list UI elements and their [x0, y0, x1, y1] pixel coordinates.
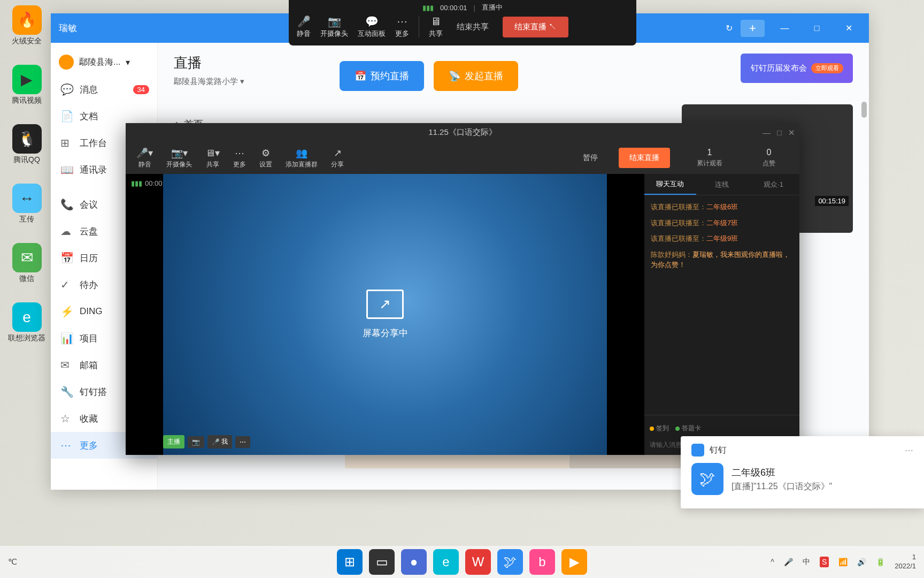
sidebar-item-label: 更多 — [80, 439, 98, 452]
sidebar-item-label: 云盘 — [80, 225, 98, 238]
sidebar-item-label: 日历 — [80, 252, 98, 264]
more-icon[interactable]: ⋯ — [905, 445, 913, 455]
view-stat: 1累计观看 — [683, 148, 736, 168]
desktop-icon-label: 联想浏览器 — [8, 333, 45, 343]
group-icon: 👥 — [296, 147, 307, 159]
taskbar-app[interactable]: W — [465, 549, 491, 575]
minimize-button[interactable]: — — [763, 128, 771, 138]
sidebar-item-label: 收藏 — [80, 413, 98, 425]
taskbar-app[interactable]: e — [433, 549, 459, 575]
desktop-icon[interactable]: ✉微信 — [5, 243, 48, 284]
sidebar-item-messages[interactable]: 💬消息34 — [51, 76, 157, 103]
volume-icon[interactable]: 🔊 — [857, 558, 866, 566]
minimize-button[interactable]: — — [773, 20, 797, 36]
end-live-button[interactable]: 结束直播 ↖ — [503, 17, 568, 37]
tab-online[interactable]: 连线 — [696, 174, 748, 195]
screen-icon: 🖥▾ — [205, 147, 220, 159]
share-out-button[interactable]: ↗分享 — [331, 147, 344, 169]
settings-button[interactable]: ⚙设置 — [259, 147, 272, 169]
weather-widget[interactable]: ℃ — [8, 557, 17, 567]
live-toolbar: 🎤▾静音 📷▾开摄像头 🖥▾共享 ⋯更多 ⚙设置 👥添加直播群 ↗分享 暂停 结… — [126, 142, 799, 174]
share-button[interactable]: 🖥▾共享 — [205, 147, 220, 169]
desktop-icon[interactable]: e联想浏览器 — [5, 302, 48, 343]
cloud-icon: ☁ — [60, 225, 72, 238]
chat-message: 陈歆妤妈妈：夏瑞敏，我来围观你的直播啦，为你点赞！ — [651, 249, 793, 270]
taskbar-app[interactable]: b — [529, 549, 555, 575]
tab-audience[interactable]: 观众·1 — [748, 174, 799, 195]
dots-icon: ⋯ — [235, 147, 244, 159]
signin-tag[interactable]: 签到 — [650, 424, 669, 433]
mic-tray-icon[interactable]: 🎤 — [784, 558, 793, 566]
doc-icon: 📄 — [60, 110, 72, 123]
close-button[interactable]: ✕ — [788, 128, 795, 138]
more-button[interactable]: ⋯更多 — [395, 15, 409, 39]
add-button[interactable]: + — [741, 20, 765, 37]
desktop-icon[interactable]: 🐧腾讯QQ — [5, 124, 48, 165]
pause-button[interactable]: 暂停 — [575, 149, 605, 167]
end-live-button[interactable]: 结束直播 — [619, 148, 670, 168]
live-titlebar: 11.25《口语交际》 — □ ✕ — [126, 123, 799, 142]
ime-icon[interactable]: 中 — [803, 557, 810, 567]
org-name: 鄢陵县海... — [79, 57, 120, 68]
scrollbar[interactable] — [861, 102, 867, 118]
desktop-icon[interactable]: ↔互传 — [5, 184, 48, 224]
tab-chat[interactable]: 聊天互动 — [644, 174, 696, 195]
mute-button[interactable]: 🎤静音 — [297, 15, 311, 39]
calendar-icon: 📅 — [355, 70, 366, 82]
chat-messages: 该直播已联播至：二年级6班 该直播已联播至：二年级7班 该直播已联播至：二年级9… — [644, 195, 799, 415]
live-stream-window: 11.25《口语交际》 — □ ✕ 🎤▾静音 📷▾开摄像头 🖥▾共享 ⋯更多 ⚙… — [126, 123, 799, 455]
toast-avatar: 🕊 — [691, 463, 723, 495]
close-button[interactable]: ✕ — [837, 20, 861, 36]
stream-timer: 00:00:01 — [440, 4, 467, 12]
star-icon: ☆ — [60, 412, 72, 425]
camera-icon: 📷▾ — [171, 147, 188, 159]
chat-message: 该直播已联播至：二年级9班 — [651, 233, 793, 244]
history-icon[interactable]: ↻ — [726, 23, 733, 33]
wifi-icon[interactable]: 📶 — [838, 558, 848, 566]
start-button[interactable]: ⊞ — [337, 549, 363, 575]
wrench-icon: 🔧 — [60, 385, 72, 398]
tray-expand-icon[interactable]: ^ — [771, 558, 774, 566]
app-icon — [691, 444, 704, 457]
interact-button[interactable]: 💬互动面板 — [358, 15, 386, 39]
cam-badge: 📷 — [188, 436, 204, 448]
promo-banner[interactable]: 钉钉历届发布会立即观看 — [741, 54, 853, 83]
camera-icon: 📷 — [328, 15, 341, 28]
mute-button[interactable]: 🎤▾静音 — [136, 147, 153, 169]
desktop-icon-label: 腾讯视频 — [12, 96, 42, 105]
chat-panel: 聊天互动 连线 观众·1 该直播已联播至：二年级6班 该直播已联播至：二年级7班… — [644, 174, 799, 455]
share-status-text: 屏幕分享中 — [363, 327, 408, 339]
answer-tag[interactable]: 答题卡 — [675, 424, 701, 433]
camera-button[interactable]: 📷▾开摄像头 — [166, 147, 192, 169]
more-button[interactable]: ⋯更多 — [233, 147, 246, 169]
like-stat: 0点赞 — [749, 148, 789, 168]
maximize-button[interactable]: □ — [777, 128, 782, 138]
notification-toast[interactable]: 钉钉 ⋯ 🕊 二年级6班 [直播]"11.25《口语交际》" — [681, 436, 924, 508]
maximize-button[interactable]: □ — [805, 20, 829, 36]
taskbar-app[interactable]: 🕊 — [497, 549, 523, 575]
more-badge[interactable]: ⋯ — [235, 436, 250, 448]
clock[interactable]: 12022/1 — [895, 553, 916, 571]
taskbar-app[interactable]: ▶ — [561, 549, 587, 575]
sidebar-item-label: 工作台 — [80, 137, 107, 149]
taskbar-app[interactable]: ● — [401, 549, 427, 575]
sidebar-item-label: 消息 — [80, 83, 98, 96]
ime-app-icon[interactable]: S — [820, 557, 829, 567]
share-button[interactable]: 🖥共享 — [429, 16, 443, 39]
sidebar-item-label: 邮箱 — [80, 359, 98, 371]
desktop-icon[interactable]: ▶腾讯视频 — [5, 65, 48, 105]
start-live-button[interactable]: 📡发起直播 — [434, 61, 518, 91]
chat-message: 该直播已联播至：二年级6班 — [651, 202, 793, 212]
desktop-icon[interactable]: 🔥火绒安全 — [5, 5, 48, 46]
end-share-button[interactable]: 结束共享 — [452, 17, 493, 37]
taskview-button[interactable]: ▭ — [369, 549, 395, 575]
schedule-live-button[interactable]: 📅预约直播 — [340, 61, 424, 91]
chat-input[interactable]: 请输入消息 — [650, 440, 682, 450]
org-selector[interactable]: 鄢陵县海... ▾ — [51, 48, 157, 76]
sidebar-item-label: 会议 — [80, 199, 98, 211]
mic-icon: 🎤 — [297, 15, 311, 28]
screen-icon: 🖥 — [430, 16, 441, 28]
camera-button[interactable]: 📷开摄像头 — [320, 15, 348, 39]
battery-icon[interactable]: 🔋 — [876, 558, 885, 566]
add-group-button[interactable]: 👥添加直播群 — [286, 147, 318, 169]
